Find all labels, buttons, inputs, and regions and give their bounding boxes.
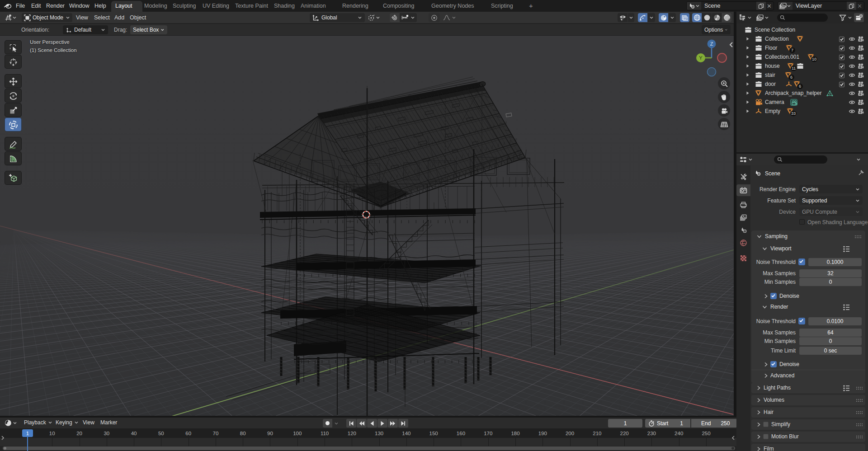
svg-text:Y: Y <box>699 55 703 61</box>
svg-text:Z: Z <box>710 41 713 47</box>
